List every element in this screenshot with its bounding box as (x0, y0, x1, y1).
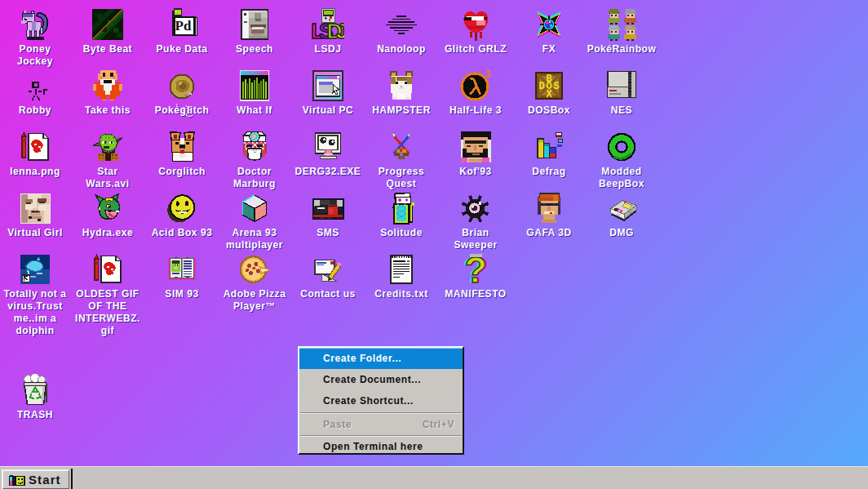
svg-text:J: J (336, 19, 344, 42)
svg-text:D: D (538, 81, 544, 92)
svg-text:Pd: Pd (175, 18, 192, 33)
svg-text:X: X (546, 89, 552, 100)
svg-text:3: 3 (485, 69, 491, 80)
svg-text:?: ? (465, 253, 488, 286)
svg-text:S: S (553, 81, 559, 92)
